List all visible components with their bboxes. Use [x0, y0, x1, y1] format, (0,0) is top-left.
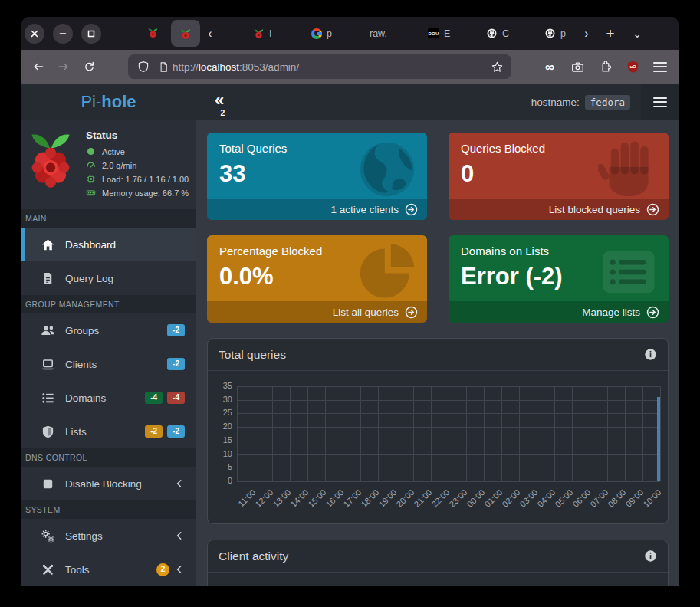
- sidebar: Status Active2.0 q/minLoad: 1.76 / 1.16 …: [21, 120, 196, 586]
- window-maximize-button[interactable]: [81, 24, 101, 44]
- ublock-shield-icon: uO: [626, 60, 639, 74]
- tracking-protection-shield-icon: [137, 60, 150, 74]
- tab-text-2[interactable]: raw.: [363, 17, 420, 50]
- gridline: [431, 386, 432, 481]
- extensions-puzzle-icon[interactable]: [596, 57, 614, 76]
- tab-pinned-pihole[interactable]: [147, 27, 159, 39]
- list-all-tabs-button[interactable]: ⌄: [628, 24, 646, 43]
- screenshot-camera-icon[interactable]: [568, 57, 587, 76]
- pihole-admin-app: Pi-hole « 2 hostname: fedora Status Acti…: [21, 84, 679, 586]
- shield-icon: [41, 425, 55, 439]
- tab-overflow-left-indicator[interactable]: ‹: [201, 24, 219, 43]
- new-tab-button[interactable]: +: [601, 24, 619, 43]
- gridline: [413, 386, 414, 481]
- pihole-logo-text[interactable]: Pi-hole: [21, 92, 196, 112]
- card-footer-link[interactable]: 1 active clients: [207, 199, 427, 220]
- admin-menu-button[interactable]: [641, 84, 679, 120]
- sidebar-item-query-log[interactable]: Query Log: [21, 261, 196, 295]
- tab-pihole-0[interactable]: I: [247, 17, 304, 50]
- extension-infinity-icon[interactable]: ∞: [541, 57, 559, 76]
- gridline: [660, 386, 661, 481]
- status-text: Active: [102, 147, 125, 156]
- sidebar-item-label: Disable Blocking: [65, 478, 142, 490]
- y-tick-label: 0: [212, 476, 232, 485]
- tab-title: C: [502, 28, 509, 39]
- count-badge: -2: [145, 425, 163, 438]
- count-badge: 2: [156, 563, 169, 576]
- hostname-display: hostname: fedora: [531, 95, 630, 110]
- list-icon: [41, 391, 55, 405]
- laptop-icon: [41, 357, 55, 372]
- arrow-circle-icon: [405, 203, 418, 216]
- sidebar-item-tools[interactable]: Tools2: [21, 553, 196, 586]
- gridline: [572, 386, 573, 481]
- sidebar-item-lists[interactable]: Lists-2-2: [21, 415, 196, 448]
- tab-dou-3[interactable]: DOUE: [422, 17, 478, 50]
- tab-github-4[interactable]: C: [480, 17, 537, 50]
- forward-button[interactable]: [54, 57, 73, 76]
- card-footer-link[interactable]: List blocked queries: [449, 199, 669, 220]
- browser-menu-button[interactable]: [651, 57, 669, 76]
- count-badge: -2: [167, 324, 185, 336]
- gridline: [590, 386, 590, 481]
- sidebar-section-system: SYSTEM: [21, 500, 196, 519]
- gridline: [625, 386, 626, 481]
- status-title: Status: [86, 130, 189, 141]
- sidebar-item-label: Dashboard: [65, 239, 116, 251]
- chevron-left-icon: [174, 478, 185, 489]
- tab-google-1[interactable]: p: [305, 17, 362, 50]
- client-activity-chart[interactable]: [208, 573, 668, 586]
- reload-button[interactable]: [80, 57, 98, 76]
- gridline: [484, 386, 485, 481]
- sidebar-item-settings[interactable]: Settings: [21, 519, 196, 553]
- sidebar-item-label: Lists: [65, 426, 87, 438]
- url-bar[interactable]: http://localhost:8053/admin/: [128, 54, 511, 79]
- gridline: [255, 386, 255, 481]
- list-card-icon: [598, 241, 659, 303]
- browser-window: ‹ Ipraw.DOUECp › + ⌄ http://localhost:80…: [21, 17, 679, 586]
- total-queries-chart[interactable]: 0510152025303511:0012:0013:0014:0015:001…: [212, 371, 660, 523]
- gridline: [343, 386, 343, 481]
- ublock-origin-icon[interactable]: uO: [623, 57, 642, 76]
- status-line: Memory usage: 66.7 %: [86, 188, 189, 198]
- gridline: [272, 386, 273, 481]
- scroll-tabs-right-button[interactable]: ›: [577, 24, 596, 43]
- hamburger-icon: [653, 97, 667, 107]
- y-tick-label: 10: [212, 449, 232, 458]
- bookmark-star-icon[interactable]: [491, 61, 504, 74]
- card-domains-on-lists: Domains on ListsError (-2)Manage lists: [449, 235, 669, 323]
- card-footer-link[interactable]: Manage lists: [449, 301, 669, 323]
- arrow-circle-icon: [405, 306, 418, 319]
- tab-title: raw.: [370, 28, 387, 39]
- pie-icon: [357, 241, 418, 303]
- sidebar-item-label: Settings: [65, 530, 103, 542]
- window-minimize-button[interactable]: [53, 24, 73, 44]
- window-close-button[interactable]: [25, 24, 44, 44]
- back-icon: [31, 61, 45, 73]
- query-bar[interactable]: [657, 397, 660, 481]
- minimize-icon: [59, 30, 67, 38]
- info-icon[interactable]: [644, 348, 657, 361]
- sidebar-menu: MAINDashboardQuery LogGROUP MANAGEMENTGr…: [21, 209, 196, 586]
- back-button[interactable]: [29, 57, 48, 76]
- sidebar-item-dashboard[interactable]: Dashboard: [21, 228, 196, 261]
- status-text: Load: 1.76 / 1.16 / 1.00: [102, 175, 189, 184]
- gauge-icon: [86, 160, 96, 170]
- file-icon: [41, 271, 55, 286]
- sidebar-item-disable-blocking[interactable]: Disable Blocking: [21, 467, 196, 500]
- sidebar-item-domains[interactable]: Domains-4-4: [21, 381, 196, 415]
- gridline: [642, 386, 643, 481]
- panel-title: Client activity: [219, 550, 288, 563]
- y-tick-label: 25: [212, 408, 232, 417]
- info-icon[interactable]: [644, 550, 657, 563]
- hand-icon: [598, 139, 659, 200]
- tab-active-pihole[interactable]: [171, 20, 200, 47]
- hamburger-icon: [653, 62, 667, 72]
- tab-title: p: [560, 28, 566, 39]
- stop-icon: [41, 477, 55, 491]
- sidebar-item-clients[interactable]: Clients-2: [21, 347, 196, 381]
- sidebar-item-groups[interactable]: Groups-2: [21, 313, 196, 347]
- card-footer-link[interactable]: List all queries: [207, 301, 427, 323]
- page-info-icon[interactable]: [158, 61, 169, 74]
- tab-title: p: [327, 28, 332, 39]
